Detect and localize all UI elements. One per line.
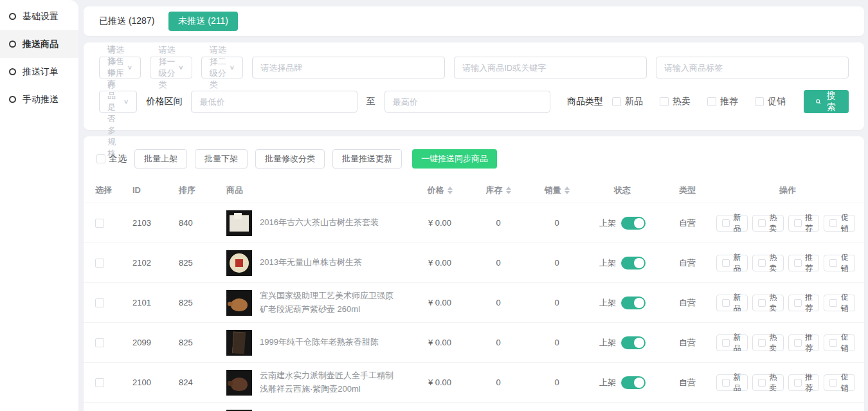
tag-checkbox-icon[interactable]: [722, 219, 730, 227]
tag-checkbox-icon[interactable]: [794, 219, 802, 227]
type-checkbox-recommend[interactable]: 推荐: [707, 96, 738, 107]
sidebar-item-manual-push[interactable]: 手动推送: [0, 86, 78, 113]
batch-on-shelf-button[interactable]: 批量上架: [134, 149, 187, 169]
sort-down-icon[interactable]: [506, 191, 511, 194]
batch-push-update-button[interactable]: 批量推送更新: [332, 149, 402, 169]
tag-checkbox-icon[interactable]: [758, 299, 766, 307]
batch-off-shelf-button[interactable]: 批量下架: [195, 149, 248, 169]
type-checkbox-hot[interactable]: 热卖: [660, 96, 691, 107]
tag-checkbox-icon[interactable]: [829, 379, 837, 387]
row-checkbox[interactable]: [95, 219, 104, 228]
tag-label: 热卖: [768, 332, 778, 354]
chevron-down-icon: ∨: [123, 98, 129, 105]
row-checkbox[interactable]: [95, 338, 104, 347]
tag-checkbox-icon[interactable]: [829, 339, 837, 347]
tag-checkbox-icon[interactable]: [722, 379, 730, 387]
type-checkbox-promo[interactable]: 促销: [755, 96, 786, 107]
tag-checkbox-icon[interactable]: [794, 379, 802, 387]
tag-checkbox-icon[interactable]: [758, 259, 766, 267]
action-tag-button[interactable]: 热卖: [752, 255, 784, 271]
price-min-input[interactable]: [191, 91, 357, 113]
action-tag-button[interactable]: 热卖: [752, 334, 784, 351]
action-tag-button[interactable]: 新品: [716, 295, 748, 311]
status-toggle[interactable]: [621, 336, 646, 349]
action-tag-button[interactable]: 促销: [824, 374, 855, 391]
main-content: 已推送 (1287) 未推送 (211) 请选择售中库存 ∨ 请选择一级分类 ∨…: [84, 0, 864, 411]
row-checkbox[interactable]: [95, 259, 104, 268]
sales-sort-control[interactable]: [565, 187, 570, 194]
tag-checkbox-icon[interactable]: [758, 219, 766, 227]
sidebar-item-push-products[interactable]: 推送商品: [0, 30, 78, 58]
tab-pushed[interactable]: 已推送 (1287): [99, 15, 154, 27]
one-click-push-sync-button[interactable]: 一键推送同步商品: [412, 149, 497, 169]
checkbox-icon[interactable]: [612, 97, 621, 106]
header-sales-label: 销量: [545, 185, 561, 196]
tag-checkbox-icon[interactable]: [829, 259, 837, 267]
tag-checkbox-icon[interactable]: [829, 299, 837, 307]
action-tag-button[interactable]: 热卖: [752, 374, 784, 391]
tag-checkbox-icon[interactable]: [794, 299, 802, 307]
status-toggle[interactable]: [621, 217, 646, 230]
sidebar-item-basic-settings[interactable]: 基础设置: [0, 3, 78, 30]
product-tag-input[interactable]: [656, 57, 849, 78]
tag-checkbox-icon[interactable]: [722, 339, 730, 347]
tag-checkbox-icon[interactable]: [758, 379, 766, 387]
checkbox-icon[interactable]: [660, 97, 669, 106]
action-tag-button[interactable]: 新品: [716, 215, 748, 232]
multi-spec-select[interactable]: 请选择商品是否多规格 ∨: [99, 91, 137, 113]
category-level2-select[interactable]: 请选择二级分类 ∨: [201, 57, 243, 78]
status-toggle[interactable]: [621, 257, 646, 269]
checkbox-icon[interactable]: [707, 97, 716, 106]
row-checkbox[interactable]: [95, 298, 104, 307]
search-button[interactable]: 搜索: [804, 90, 849, 113]
tag-checkbox-icon[interactable]: [722, 259, 730, 267]
type-checkbox-new[interactable]: 新品: [612, 96, 643, 107]
action-tag-button[interactable]: 推荐: [788, 334, 820, 351]
sort-down-icon[interactable]: [565, 191, 570, 194]
sort-up-icon[interactable]: [448, 187, 453, 190]
action-tag-button[interactable]: 促销: [824, 334, 855, 351]
action-tag-button[interactable]: 促销: [824, 215, 855, 232]
tag-checkbox-icon[interactable]: [794, 259, 802, 267]
batch-edit-category-button[interactable]: 批量修改分类: [255, 149, 325, 169]
tag-checkbox-icon[interactable]: [794, 339, 802, 347]
tag-checkbox-icon[interactable]: [722, 299, 730, 307]
action-tag-button[interactable]: 促销: [824, 255, 855, 271]
stock-sort-control[interactable]: [506, 187, 511, 194]
status-toggle[interactable]: [621, 376, 646, 389]
sidebar-item-push-orders[interactable]: 推送订单: [0, 58, 78, 86]
checkbox-icon[interactable]: [96, 154, 105, 163]
action-tag-button[interactable]: 推荐: [788, 374, 820, 391]
sort-up-icon[interactable]: [506, 187, 511, 190]
action-tag-button[interactable]: 推荐: [788, 255, 820, 271]
tag-checkbox-icon[interactable]: [758, 339, 766, 347]
header-select: 选择: [95, 185, 132, 196]
action-tag-button[interactable]: 热卖: [752, 215, 784, 232]
row-id: 2101: [132, 298, 179, 307]
row-price: ¥ 0.00: [410, 338, 469, 347]
product-id-keyword-input[interactable]: [454, 57, 647, 78]
category-level1-select[interactable]: 请选择一级分类 ∨: [150, 57, 192, 78]
tag-checkbox-icon[interactable]: [829, 219, 837, 227]
action-tag-button[interactable]: 推荐: [788, 215, 820, 232]
action-tag-button[interactable]: 热卖: [752, 295, 784, 311]
row-sort: 824: [179, 378, 226, 387]
brand-input[interactable]: [252, 57, 445, 78]
action-tag-button[interactable]: 推荐: [788, 295, 820, 311]
row-checkbox[interactable]: [95, 378, 104, 387]
row-type: 自营: [658, 257, 716, 269]
action-tag-button[interactable]: 新品: [716, 374, 748, 391]
action-tag-button[interactable]: 新品: [716, 255, 748, 271]
price-sort-control[interactable]: [448, 187, 453, 194]
checkbox-icon[interactable]: [755, 97, 764, 106]
tab-unpushed-active[interactable]: 未推送 (211): [168, 12, 238, 31]
action-tag-button[interactable]: 新品: [716, 334, 748, 351]
select-all-checkbox[interactable]: 全选: [96, 153, 127, 165]
price-range-label: 价格区间: [146, 96, 182, 107]
status-toggle[interactable]: [621, 297, 646, 309]
tag-label: 推荐: [804, 252, 814, 274]
sort-up-icon[interactable]: [565, 187, 570, 190]
price-max-input[interactable]: [384, 91, 550, 113]
sort-down-icon[interactable]: [448, 191, 453, 194]
action-tag-button[interactable]: 促销: [824, 295, 855, 311]
